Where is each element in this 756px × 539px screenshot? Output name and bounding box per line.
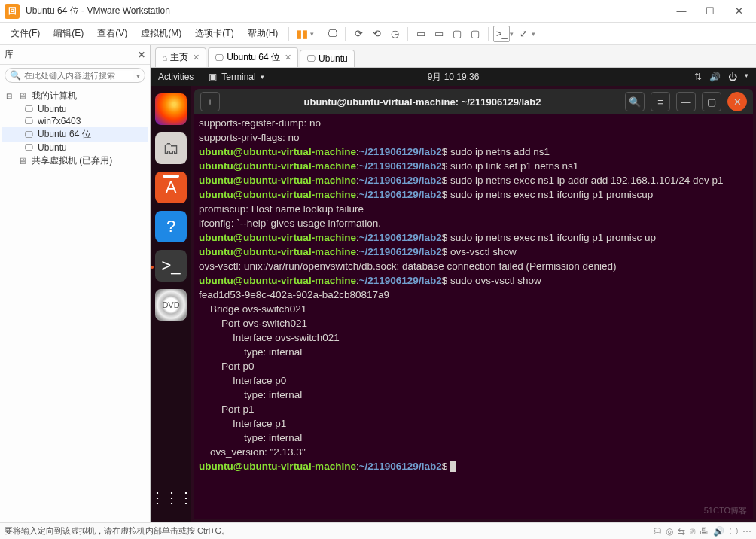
terminal-dock-icon[interactable]: >_ [155, 250, 187, 282]
library-search[interactable]: 🔍 ▾ [5, 68, 145, 83]
vm-icon: 🖵 [23, 116, 35, 126]
status-more-icon[interactable]: ⋯ [742, 526, 751, 537]
terminal-minimize-button[interactable]: — [676, 92, 696, 111]
tree-item-win7[interactable]: 🖵 win7x6403 [2, 115, 148, 127]
firefox-icon[interactable] [155, 93, 187, 125]
collapse-icon[interactable]: ⊟ [5, 92, 14, 100]
toolbar-manage-icon[interactable]: ◷ [386, 26, 403, 42]
watermark: 51CTO博客 [704, 505, 747, 516]
volume-icon[interactable]: 🔊 [709, 72, 721, 82]
tab-ubuntu[interactable]: 🖵 Ubuntu [300, 50, 355, 67]
terminal-window: ＋ ubuntu@ubuntu-virtual-machine: ~/21190… [194, 89, 753, 519]
terminal-maximize-button[interactable]: ▢ [702, 92, 721, 111]
tab-close-icon[interactable]: ✕ [193, 53, 200, 62]
library-tree: ⊟ 🖥 我的计算机 🖵 Ubuntu 🖵 win7x6403 🖵 Ubuntu … [0, 86, 150, 171]
tab-close-icon[interactable]: ✕ [285, 53, 291, 62]
menu-tabs[interactable]: 选项卡(T) [189, 25, 239, 42]
console-icon[interactable]: >_ [493, 26, 510, 42]
chevron-down-icon: ▾ [261, 73, 264, 81]
toolbar-snapshot-icon[interactable]: ⟳ [350, 26, 367, 42]
software-icon[interactable]: A [155, 172, 187, 203]
tree-root-my-computer[interactable]: ⊟ 🖥 我的计算机 [2, 89, 148, 103]
layout-4-icon[interactable]: ▢ [467, 26, 483, 42]
layout-2-icon[interactable]: ▭ [431, 26, 447, 42]
chevron-down-icon[interactable]: ▾ [745, 72, 748, 82]
gnome-app-label: Terminal [221, 72, 255, 82]
menu-file[interactable]: 文件(F) [5, 25, 46, 42]
tree-item-ubuntu2[interactable]: 🖵 Ubuntu [2, 142, 148, 154]
activities-button[interactable]: Activities [158, 72, 194, 82]
terminal-icon: ▣ [209, 72, 217, 82]
ubuntu-dock: 🗂 A ? >_ DVD ⋮⋮⋮ [151, 86, 191, 522]
status-disk-icon[interactable]: ⛁ [654, 526, 661, 537]
new-tab-button[interactable]: ＋ [200, 92, 220, 111]
tree-label: 共享虚拟机 (已弃用) [32, 154, 112, 167]
help-icon[interactable]: ? [155, 211, 187, 242]
tree-label: win7x6403 [38, 116, 81, 126]
tab-ubuntu64[interactable]: 🖵 Ubuntu 64 位 ✕ [208, 47, 298, 67]
pause-icon[interactable]: ▮▮ [294, 26, 310, 42]
vm-tabstrip: ⌂ 主页 ✕ 🖵 Ubuntu 64 位 ✕ 🖵 Ubuntu [151, 45, 756, 68]
status-display-icon[interactable]: 🖵 [729, 526, 738, 537]
tree-item-ubuntu[interactable]: 🖵 Ubuntu [2, 103, 148, 115]
menu-vm[interactable]: 虚拟机(M) [135, 25, 187, 42]
gnome-app-menu[interactable]: ▣ Terminal ▾ [209, 72, 264, 82]
library-title: 库 [5, 48, 14, 61]
network-icon[interactable]: ⇅ [694, 72, 702, 82]
status-hint: 要将输入定向到该虚拟机，请在虚拟机内部单击或按 Ctrl+G。 [5, 525, 230, 537]
layout-3-icon[interactable]: ▢ [449, 26, 465, 42]
menu-view[interactable]: 查看(V) [91, 25, 133, 42]
cursor [450, 461, 456, 472]
show-apps-icon[interactable]: ⋮⋮⋮ [155, 482, 187, 513]
search-input[interactable] [24, 71, 133, 80]
terminal-close-button[interactable]: ✕ [727, 92, 747, 111]
computer-icon: 🖥 [17, 91, 29, 102]
tab-label: Ubuntu [319, 53, 348, 64]
home-icon: ⌂ [162, 53, 167, 63]
toolbar-monitor-icon[interactable]: 🖵 [324, 26, 340, 42]
dvd-icon[interactable]: DVD [155, 289, 187, 321]
tree-shared-vms[interactable]: 🖥 共享虚拟机 (已弃用) [2, 154, 148, 168]
power-icon[interactable]: ⏻ [728, 72, 737, 82]
tab-home[interactable]: ⌂ 主页 ✕ [155, 47, 206, 67]
files-icon[interactable]: 🗂 [155, 132, 187, 164]
layout-1-icon[interactable]: ▭ [413, 26, 429, 42]
gnome-clock[interactable]: 9月 10 19:36 [428, 71, 480, 84]
vm-icon: 🖵 [23, 129, 35, 140]
status-net-icon[interactable]: ⇆ [678, 526, 685, 537]
terminal-menu-button[interactable]: ≡ [651, 92, 670, 111]
menu-help[interactable]: 帮助(H) [242, 25, 285, 42]
vm-icon: 🖵 [215, 53, 224, 63]
status-cd-icon[interactable]: ◎ [666, 526, 673, 537]
status-usb-icon[interactable]: ⎚ [690, 526, 695, 537]
tree-label: 我的计算机 [32, 90, 77, 102]
terminal-search-button[interactable]: 🔍 [625, 92, 645, 111]
minimize-button[interactable]: — [669, 4, 694, 19]
gnome-top-bar: Activities ▣ Terminal ▾ 9月 10 19:36 ⇅ 🔊 … [151, 68, 756, 86]
library-close-icon[interactable]: ✕ [138, 50, 145, 60]
maximize-button[interactable]: ☐ [697, 4, 723, 19]
tab-label: 主页 [170, 51, 188, 64]
terminal-header: ＋ ubuntu@ubuntu-virtual-machine: ~/21190… [194, 89, 753, 114]
library-pane: 库 ✕ 🔍 ▾ ⊟ 🖥 我的计算机 🖵 Ubuntu 🖵 win7x6403 [0, 45, 151, 522]
search-dropdown-icon[interactable]: ▾ [136, 72, 140, 80]
menu-edit[interactable]: 编辑(E) [47, 25, 90, 42]
toolbar-revert-icon[interactable]: ⟲ [368, 26, 385, 42]
status-bar: 要将输入定向到该虚拟机，请在虚拟机内部单击或按 Ctrl+G。 ⛁ ◎ ⇆ ⎚ … [0, 522, 756, 539]
fullscreen-icon[interactable]: ⤢ [515, 26, 532, 42]
tree-item-ubuntu64[interactable]: 🖵 Ubuntu 64 位 [2, 127, 148, 142]
status-printer-icon[interactable]: 🖶 [700, 526, 709, 537]
terminal-title: ubuntu@ubuntu-virtual-machine: ~/2119061… [226, 96, 619, 108]
terminal-body[interactable]: supports-register-dump: no supports-priv… [194, 114, 753, 519]
terminal-output: supports-register-dump: no supports-priv… [199, 116, 748, 474]
vm-console[interactable]: Activities ▣ Terminal ▾ 9月 10 19:36 ⇅ 🔊 … [151, 68, 756, 522]
shared-icon: 🖥 [17, 156, 29, 166]
tab-label: Ubuntu 64 位 [227, 51, 280, 64]
vm-icon: 🖵 [23, 104, 35, 114]
status-sound-icon[interactable]: 🔊 [713, 526, 724, 537]
close-button[interactable]: ✕ [726, 4, 751, 19]
tree-label: Ubuntu 64 位 [38, 128, 91, 141]
vm-icon: 🖵 [306, 53, 316, 64]
vm-icon: 🖵 [23, 142, 35, 153]
app-icon: 回 [5, 4, 20, 19]
